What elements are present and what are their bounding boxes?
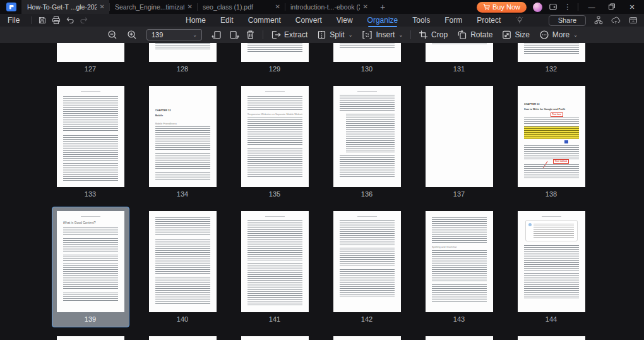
page-preview [518, 211, 585, 312]
page-thumbnail[interactable]: 140 [144, 207, 222, 327]
more-options-icon[interactable]: ⋮ [564, 3, 571, 11]
page-thumbnail[interactable]: 146 [144, 332, 222, 340]
print-icon[interactable] [49, 16, 63, 25]
thumb-block-lines [524, 118, 579, 125]
share-button[interactable]: Share [549, 15, 586, 26]
menu-convert[interactable]: Convert [295, 14, 322, 27]
menu-protect[interactable]: Protect [477, 14, 501, 27]
page-thumbnail[interactable]: 147 [236, 332, 314, 340]
split-button[interactable]: Split ⌄ [317, 30, 352, 40]
flowchart-share-icon[interactable] [594, 16, 603, 25]
page-thumbnail[interactable]: 149 [420, 332, 498, 340]
zoom-in-icon[interactable] [127, 30, 137, 40]
page-thumbnail[interactable]: 128 [144, 43, 222, 77]
undo-icon[interactable] [63, 16, 77, 25]
page-thumbnail[interactable]: 127 [52, 43, 129, 77]
page-thumbnail[interactable]: CHAPTER 13How to Write for Google and Pr… [513, 82, 590, 202]
page-number-label: 134 [177, 190, 188, 198]
collapse-toolbar-icon[interactable] [629, 16, 638, 25]
cloud-upload-icon[interactable] [611, 16, 621, 25]
page-thumbnail[interactable]: 142 [328, 207, 406, 327]
thumb-block-lines [63, 96, 118, 131]
page-thumbnail[interactable]: 129 [236, 43, 314, 77]
more-icon [539, 30, 549, 40]
extract-icon [271, 30, 281, 40]
page-thumbnail[interactable]: 148 [328, 332, 406, 340]
document-tab-4[interactable]: introduction-t...-ebook (2).pdf ✕ [285, 0, 373, 14]
page-preview [518, 336, 585, 340]
document-tab-3[interactable]: seo_class (1).pdf ✕ [197, 0, 285, 14]
close-button[interactable]: ✕ [625, 3, 639, 11]
page-thumbnail[interactable]: 145 [52, 332, 129, 340]
menu-comment[interactable]: Comment [248, 14, 281, 27]
thumb-block-heading: Responsive Websites vs Separate Mobile W… [247, 112, 302, 116]
idea-bulb-icon[interactable] [515, 16, 524, 25]
page-preview [241, 336, 309, 340]
tab-close-icon[interactable]: ✕ [275, 4, 280, 10]
page-thumbnail[interactable]: 132 [513, 43, 590, 77]
thumb-block-heading: Mobile [155, 114, 210, 117]
menu-file[interactable]: File [0, 16, 27, 25]
thumb-block-redbox: Text box [551, 112, 563, 117]
thumb-block-lines [340, 43, 395, 49]
zoom-out-icon[interactable] [107, 30, 117, 40]
page-preview [149, 336, 217, 340]
page-thumbnail[interactable]: 133 [52, 82, 129, 202]
page-thumbnail[interactable]: CHAPTER 12MobileMobile Friendliness134 [144, 82, 222, 202]
insert-button[interactable]: Insert ⌄ [362, 30, 403, 40]
document-tab-1[interactable]: How-To-Get-T ...gle-2022.pdf * ✕ [21, 0, 109, 14]
menu-form[interactable]: Form [444, 14, 462, 27]
menu-home[interactable]: Home [186, 14, 206, 27]
crop-icon [419, 30, 428, 40]
menu-tools[interactable]: Tools [412, 14, 430, 27]
insert-icon [362, 30, 373, 40]
document-tab-2[interactable]: Search_Engine...timization.pdf ✕ [109, 0, 197, 14]
menu-organize[interactable]: Organize [367, 14, 398, 27]
page-thumbnail[interactable]: 130 [328, 43, 406, 77]
page-thumbnail-cell: Spelling and Grammar143 [413, 207, 505, 332]
page-thumbnail[interactable]: 150 [513, 332, 590, 340]
crop-button[interactable]: Crop [419, 30, 448, 40]
page-number-label: 130 [361, 64, 373, 73]
size-button[interactable]: Size [502, 30, 529, 40]
redo-icon[interactable] [77, 16, 91, 25]
more-button[interactable]: More ⌄ [539, 30, 578, 40]
feedback-icon[interactable] [549, 3, 558, 11]
menu-edit[interactable]: Edit [220, 14, 234, 27]
tab-close-icon[interactable]: ✕ [100, 4, 105, 10]
delete-page-icon[interactable] [246, 30, 255, 40]
new-tab-button[interactable]: + [380, 3, 385, 11]
thumb-block-lines [247, 148, 302, 177]
page-number-label: 142 [361, 315, 373, 324]
page-number-input[interactable]: 139 ⌄ [146, 29, 202, 40]
page-thumbnail[interactable]: 136 [328, 82, 406, 202]
page-preview [149, 211, 217, 312]
minimize-button[interactable]: — [585, 3, 599, 11]
page-thumbnail-cell: 146 [136, 332, 229, 340]
thumb-block-lines [247, 118, 302, 145]
tab-close-icon[interactable]: ✕ [188, 4, 193, 10]
page-thumbnail[interactable]: Spelling and Grammar143 [420, 207, 498, 327]
thumb-block-lines [247, 263, 302, 306]
page-thumbnail[interactable]: 137 [420, 82, 498, 202]
thumb-block-lines [524, 245, 579, 270]
menu-view[interactable]: View [337, 14, 353, 27]
buy-now-button[interactable]: Buy Now [477, 2, 527, 13]
user-avatar[interactable] [533, 3, 542, 12]
tab-close-icon[interactable]: ✕ [363, 4, 368, 10]
page-preview: CHAPTER 13How to Write for Google and Pr… [518, 86, 585, 187]
page-thumbnail[interactable]: 144 [513, 207, 590, 327]
page-thumbnail-selected[interactable]: What is Good Content?139 [52, 207, 129, 327]
page-preview [149, 43, 217, 62]
rotate-button[interactable]: Rotate [457, 30, 492, 40]
extract-button[interactable]: Extract [271, 30, 307, 40]
save-icon[interactable] [35, 16, 49, 25]
thumb-block-lines [432, 284, 487, 302]
page-thumbnail-cell: 133 [44, 82, 136, 207]
page-thumbnail[interactable]: 141 [236, 207, 314, 327]
page-thumbnail[interactable]: Responsive Websites vs Separate Mobile W… [236, 82, 314, 202]
rotate-page-left-icon[interactable] [212, 30, 222, 40]
page-thumbnail[interactable]: 131 [420, 43, 498, 77]
rotate-page-right-icon[interactable] [229, 30, 239, 40]
restore-button[interactable] [605, 3, 619, 11]
